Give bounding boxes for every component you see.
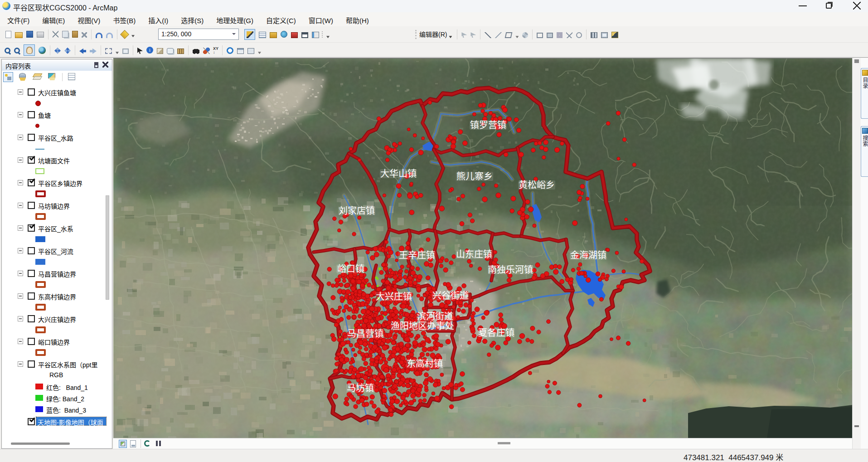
svg-text:夏各庄镇: 夏各庄镇 — [478, 328, 514, 338]
svg-text:南独乐河镇: 南独乐河镇 — [488, 265, 533, 275]
svg-text:滨河街道: 滨河街道 — [417, 311, 453, 321]
svg-text:渔阳地区办事处: 渔阳地区办事处 — [391, 321, 454, 331]
svg-text:王辛庄镇: 王辛庄镇 — [399, 250, 435, 260]
svg-text:金海湖镇: 金海湖镇 — [570, 250, 606, 260]
svg-text:刘家店镇: 刘家店镇 — [339, 206, 375, 216]
svg-text:东高村镇: 东高村镇 — [407, 359, 443, 369]
svg-text:熊儿寨乡: 熊儿寨乡 — [456, 171, 493, 181]
svg-text:黄松峪乡: 黄松峪乡 — [519, 180, 555, 190]
svg-text:大华山镇: 大华山镇 — [380, 169, 417, 179]
svg-text:兴谷街道: 兴谷街道 — [432, 291, 469, 301]
svg-text:镇罗营镇: 镇罗营镇 — [470, 120, 506, 130]
svg-text:山东庄镇: 山东庄镇 — [456, 249, 492, 259]
svg-text:峪口镇: 峪口镇 — [337, 264, 364, 274]
svg-text:大兴庄镇: 大兴庄镇 — [376, 292, 412, 302]
svg-text:马昌营镇: 马昌营镇 — [347, 329, 383, 339]
svg-text:马坊镇: 马坊镇 — [347, 383, 374, 393]
